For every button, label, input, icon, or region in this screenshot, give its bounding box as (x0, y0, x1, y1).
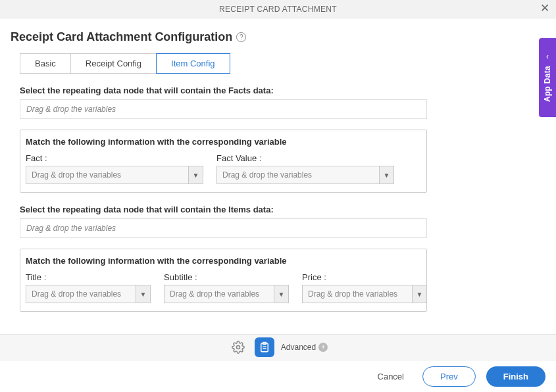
svg-point-0 (236, 346, 240, 349)
titlebar: RECEIPT CARD ATTACHMENT ✕ (0, 0, 556, 18)
chevron-down-icon[interactable]: ▼ (136, 285, 150, 303)
advanced-button[interactable]: Advanced + (281, 343, 328, 352)
button-footer: Cancel Prev Finish (0, 360, 556, 392)
chevron-down-icon[interactable]: ▼ (412, 285, 426, 303)
facts-match-box: Match the following information with the… (20, 130, 427, 193)
tab-item-config[interactable]: Item Config (156, 53, 230, 74)
gear-icon[interactable] (228, 337, 248, 357)
facts-drop-target[interactable]: Drag & drop the variables (20, 99, 427, 119)
subtitle-label: Subtitle : (164, 272, 289, 282)
tab-receipt-config[interactable]: Receipt Config (70, 53, 157, 74)
facts-match-row: Fact : Drag & drop the variables ▼ Fact … (26, 153, 421, 184)
title-drop-text: Drag & drop the variables (26, 285, 136, 303)
items-match-box: Match the following information with the… (20, 249, 427, 312)
help-icon[interactable]: ? (236, 32, 246, 42)
app-data-side-tab[interactable]: › App Data (539, 38, 556, 117)
chevron-down-icon[interactable]: ▼ (274, 285, 288, 303)
cancel-button[interactable]: Cancel (370, 368, 412, 385)
title-label: Title : (26, 272, 151, 282)
plus-icon: + (318, 343, 328, 352)
page-title-row: Receipt Card Attachment Configuration ? (11, 30, 545, 44)
chevron-down-icon[interactable]: ▼ (188, 166, 203, 184)
advanced-text: Advanced (281, 343, 316, 352)
items-match-title: Match the following information with the… (26, 256, 421, 266)
fact-label: Fact : (26, 153, 203, 163)
app-data-label: App Data (543, 66, 552, 102)
factvalue-drop-combo[interactable]: Drag & drop the variables ▼ (216, 166, 394, 184)
items-match-row: Title : Drag & drop the variables ▼ Subt… (26, 272, 421, 303)
subtitle-drop-combo[interactable]: Drag & drop the variables ▼ (164, 285, 289, 303)
fact-drop-text: Drag & drop the variables (26, 166, 188, 184)
price-label: Price : (302, 272, 427, 282)
fact-col: Fact : Drag & drop the variables ▼ (26, 153, 203, 184)
factvalue-label: Fact Value : (216, 153, 394, 163)
chevron-down-icon[interactable]: ▼ (379, 166, 393, 184)
facts-select-label: Select the repeating data node that will… (20, 86, 536, 95)
finish-button[interactable]: Finish (486, 366, 545, 387)
chevron-left-icon: › (546, 53, 549, 62)
items-drop-target[interactable]: Drag & drop the variables (20, 218, 427, 238)
clipboard-icon[interactable] (255, 337, 274, 357)
dialog-title: RECEIPT CARD ATTACHMENT (219, 5, 337, 14)
content-area: Receipt Card Attachment Configuration ? … (0, 18, 556, 312)
title-drop-combo[interactable]: Drag & drop the variables ▼ (26, 285, 151, 303)
toolbar-footer: Advanced + (0, 334, 556, 360)
tab-basic[interactable]: Basic (20, 53, 71, 74)
price-drop-text: Drag & drop the variables (303, 285, 412, 303)
subtitle-drop-text: Drag & drop the variables (164, 285, 274, 303)
facts-match-title: Match the following information with the… (26, 137, 421, 147)
fact-drop-combo[interactable]: Drag & drop the variables ▼ (26, 166, 203, 184)
items-select-label: Select the repeating data node that will… (20, 205, 536, 214)
prev-button[interactable]: Prev (422, 366, 476, 387)
close-icon[interactable]: ✕ (540, 3, 549, 14)
page-title: Receipt Card Attachment Configuration (11, 30, 232, 44)
subtitle-col: Subtitle : Drag & drop the variables ▼ (164, 272, 289, 303)
price-drop-combo[interactable]: Drag & drop the variables ▼ (302, 285, 427, 303)
title-col: Title : Drag & drop the variables ▼ (26, 272, 151, 303)
factvalue-col: Fact Value : Drag & drop the variables ▼ (216, 153, 394, 184)
price-col: Price : Drag & drop the variables ▼ (302, 272, 427, 303)
tabs: Basic Receipt Config Item Config (20, 53, 545, 74)
factvalue-drop-text: Drag & drop the variables (217, 166, 379, 184)
